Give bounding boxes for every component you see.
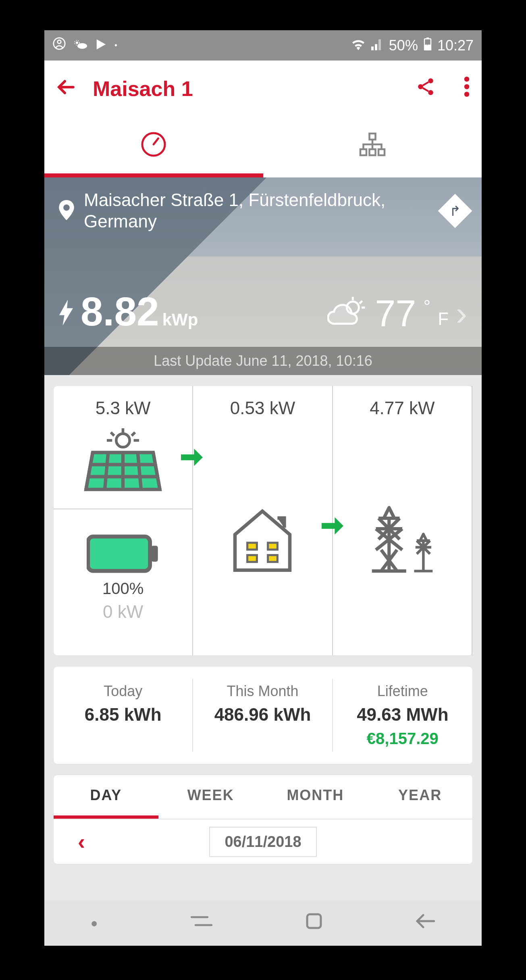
- period-tab-day[interactable]: DAY: [54, 775, 158, 819]
- svg-point-8: [428, 78, 433, 83]
- svg-rect-42: [307, 914, 321, 928]
- svg-rect-18: [378, 149, 385, 155]
- site-hero: Maisacher Straße 1, Fürstenfeldbruck, Ge…: [44, 177, 482, 375]
- temp-scale: F: [438, 309, 449, 329]
- flow-arrow-solar-home: [181, 442, 203, 472]
- svg-point-1: [58, 40, 61, 44]
- nav-dot-icon[interactable]: ●: [91, 916, 98, 930]
- stat-lifetime: Lifetime 49.63 MWh €8,157.29: [333, 679, 472, 752]
- stat-month: This Month 486.96 kWh: [193, 679, 333, 752]
- house-icon: [228, 506, 297, 576]
- power-flow-card: 5.3 kW 100% 0 kW 0.53 kW: [53, 386, 473, 656]
- nav-back-button[interactable]: [415, 913, 435, 933]
- sitemap-icon: [358, 130, 387, 161]
- svg-rect-40: [247, 555, 257, 562]
- stat-lifetime-money: €8,157.29: [367, 730, 439, 748]
- svg-rect-39: [268, 543, 278, 550]
- period-tab-week[interactable]: WEEK: [158, 775, 263, 819]
- wifi-icon: [351, 37, 366, 54]
- signal-icon: [371, 37, 383, 54]
- dot-icon: •: [114, 41, 117, 50]
- gauge-icon: [140, 131, 167, 159]
- status-bar: • 50% 10:27: [44, 30, 482, 60]
- svg-point-10: [428, 90, 433, 95]
- stat-today-value: 6.85 kWh: [85, 705, 162, 725]
- svg-rect-37: [152, 546, 158, 561]
- hero-next-button[interactable]: ›: [456, 294, 467, 333]
- svg-rect-6: [426, 38, 429, 39]
- date-picker[interactable]: 06/11/2018: [209, 827, 316, 857]
- nav-recent-button[interactable]: [190, 913, 213, 933]
- nav-home-button[interactable]: [305, 912, 323, 934]
- system-size: 8.82 kWp: [59, 288, 198, 335]
- solar-power: 5.3 kW: [96, 398, 151, 418]
- svg-rect-7: [424, 44, 431, 50]
- partly-cloudy-icon: [327, 297, 368, 331]
- back-button[interactable]: [56, 75, 77, 103]
- clock: 10:27: [437, 37, 474, 54]
- temp-value: 77: [375, 292, 416, 335]
- android-nav-bar: ●: [44, 901, 482, 946]
- stat-month-label: This Month: [227, 683, 298, 700]
- play-store-icon: [95, 37, 107, 54]
- weather: 77 ° F ›: [327, 292, 467, 335]
- phone-frame: • 50% 10:27 Maisach 1: [44, 30, 482, 946]
- battery-pct: 50%: [389, 37, 418, 54]
- battery-section: 100% 0 kW: [87, 534, 159, 622]
- location-pin-icon: [59, 200, 74, 222]
- status-left-icons: •: [52, 37, 117, 54]
- svg-rect-38: [247, 543, 257, 550]
- overflow-menu-button[interactable]: [464, 77, 470, 101]
- svg-line-21: [360, 301, 362, 304]
- period-tabs: DAY WEEK MONTH YEAR: [54, 775, 472, 819]
- page-title: Maisach 1: [93, 77, 399, 101]
- svg-point-12: [464, 84, 470, 89]
- svg-point-11: [464, 77, 470, 82]
- home-power: 0.53 kW: [230, 398, 295, 418]
- temp-degree: °: [424, 296, 431, 317]
- svg-point-13: [464, 92, 470, 97]
- period-tab-year[interactable]: YEAR: [368, 775, 472, 819]
- svg-point-9: [418, 84, 423, 89]
- battery-pct-label: 100%: [102, 580, 143, 598]
- directions-icon: ↱: [449, 203, 461, 219]
- solar-column: 5.3 kW 100% 0 kW: [54, 386, 193, 655]
- period-tab-month[interactable]: MONTH: [263, 775, 368, 819]
- date-prev-button[interactable]: ‹: [78, 829, 85, 854]
- energy-stats-card: Today 6.85 kWh This Month 486.96 kWh Lif…: [53, 666, 473, 764]
- grid-power: 4.77 kW: [370, 398, 435, 418]
- stat-today-label: Today: [104, 683, 142, 700]
- tab-dashboard[interactable]: [44, 117, 263, 177]
- grid-column: 4.77 kW: [333, 386, 472, 655]
- svg-point-4: [77, 43, 87, 49]
- site-address: Maisacher Straße 1, Fürstenfeldbruck, Ge…: [84, 190, 433, 232]
- period-card: DAY WEEK MONTH YEAR ‹ 06/11/2018: [53, 775, 473, 864]
- battery-full-icon: [87, 534, 159, 575]
- stat-lifetime-value: 49.63 MWh: [357, 705, 448, 725]
- weather-status-icon: [73, 37, 88, 54]
- svg-point-23: [116, 434, 129, 447]
- profile-icon: [52, 37, 66, 54]
- svg-point-2: [76, 42, 78, 44]
- svg-rect-15: [369, 133, 375, 140]
- last-update: Last Update June 11, 2018, 10:16: [44, 347, 482, 375]
- kwp-value: 8.82: [81, 288, 159, 335]
- flow-arrow-home-grid: [322, 511, 343, 541]
- svg-rect-36: [88, 536, 150, 571]
- status-right: 50% 10:27: [351, 37, 474, 54]
- power-grid-icon: [362, 504, 443, 578]
- svg-rect-41: [268, 555, 278, 562]
- kwp-unit: kWp: [162, 310, 198, 329]
- battery-icon: [424, 37, 432, 54]
- stat-today: Today 6.85 kWh: [54, 679, 193, 752]
- share-button[interactable]: [416, 77, 436, 101]
- view-tabs: [44, 117, 482, 177]
- date-selector: ‹ 06/11/2018: [54, 819, 472, 864]
- tab-layout[interactable]: [263, 117, 482, 177]
- home-column: 0.53 kW: [193, 386, 333, 655]
- solar-panel-icon: [83, 426, 163, 496]
- svg-rect-16: [360, 149, 366, 155]
- stat-lifetime-label: Lifetime: [377, 683, 428, 700]
- directions-button[interactable]: ↱: [438, 194, 472, 228]
- bolt-icon: [59, 300, 73, 331]
